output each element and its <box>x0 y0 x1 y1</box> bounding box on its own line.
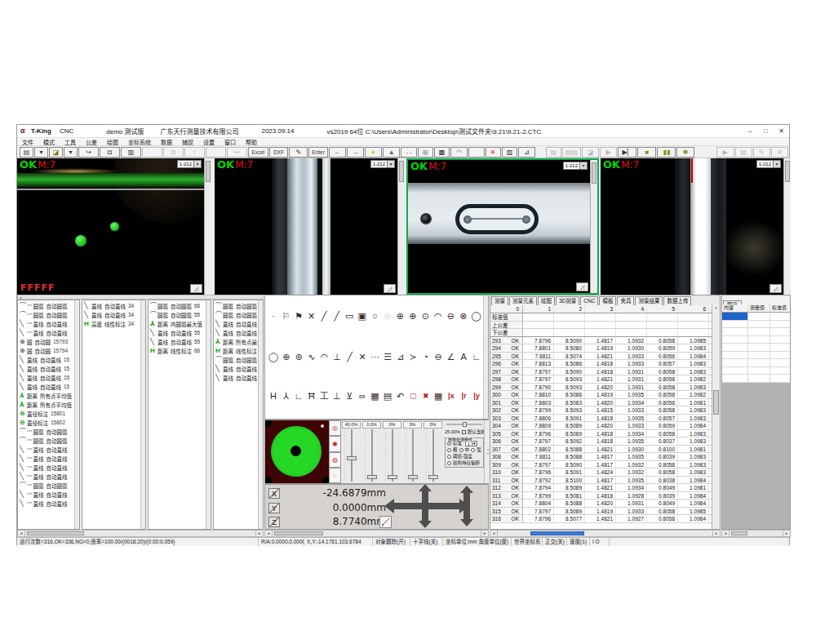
menu-item-7[interactable]: 数据 <box>156 138 177 146</box>
table-grid-icon[interactable]: ▦ <box>433 389 443 402</box>
star-button[interactable]: ✳ <box>486 147 501 158</box>
coord-r-icon[interactable]: |r <box>459 389 468 402</box>
menu-item-9[interactable]: 设置 <box>198 138 220 146</box>
element-row[interactable] <box>722 321 790 329</box>
table-row[interactable]: 307OK7.88028.50881.48211.09300.81001.098… <box>490 446 712 454</box>
save-dropdown[interactable]: ▾ <box>34 147 48 158</box>
table-row[interactable]: 299OK7.87908.50931.48201.09310.80581.098… <box>490 384 712 392</box>
list-item[interactable]: ╲直线自动直线55 <box>149 328 211 337</box>
dots-icon[interactable]: ⋯ <box>370 350 380 363</box>
circle-half-icon[interactable]: ⊖ <box>433 350 443 363</box>
circle-icon[interactable]: ○ <box>370 309 379 322</box>
element-row[interactable] <box>722 375 790 383</box>
coord-y-icon[interactable]: |y <box>472 389 481 402</box>
arrow-right-button[interactable]: → <box>347 147 364 158</box>
table-row[interactable]: 305OK7.87968.50891.48181.09340.80581.098… <box>490 430 712 438</box>
menu-item-1[interactable]: 文件 <box>17 138 38 146</box>
camera-range-select[interactable]: 1-212▼ <box>370 160 395 168</box>
table-row[interactable]: 313OK7.87998.50811.48181.09280.80391.098… <box>490 492 712 500</box>
resize-grip-icon[interactable]: ◿ <box>576 282 588 291</box>
list-item[interactable]: ╲***直线自动直线 <box>18 445 79 454</box>
menu-item-5[interactable]: 绘图 <box>102 138 123 146</box>
circle-target-icon[interactable]: ⊕ <box>408 309 418 322</box>
triangle-icon[interactable]: ⊿ <box>396 350 406 363</box>
table-tab-8[interactable]: 测量结果 <box>635 296 663 305</box>
table-row[interactable]: 296OK7.88138.50861.48181.09330.80571.098… <box>490 360 712 368</box>
list-item[interactable]: ╲直线自动直线55 <box>214 328 263 337</box>
element-hscrollbar[interactable]: ◂▸ <box>721 530 791 537</box>
pick-flag-filled-icon[interactable]: ⚑ <box>294 309 304 322</box>
chart-button[interactable]: ⊿ <box>518 147 535 158</box>
ring-all-button[interactable]: ◎ <box>329 420 341 436</box>
enter-button[interactable]: Enter <box>308 147 327 158</box>
list-item[interactable]: ⅄距离所有点最大值 <box>214 337 263 346</box>
excel-button[interactable]: Excel <box>248 147 268 158</box>
nav-button[interactable]: ↪ <box>78 147 99 158</box>
table-tab-5[interactable]: CNC <box>580 296 598 305</box>
table-row[interactable]: 312OK7.87948.50891.48211.09340.80491.098… <box>490 484 712 492</box>
radio-level[interactable] <box>471 448 475 452</box>
stop-button[interactable]: ■ <box>637 147 656 158</box>
table-hscrollbar[interactable]: ◂▸ <box>490 530 721 537</box>
table-row[interactable]: 315OK7.87978.50891.48191.09330.80581.098… <box>490 508 712 516</box>
pick-flag-icon[interactable]: ⚐ <box>282 309 291 322</box>
list-item[interactable]: ╲直线自动直线55 <box>149 337 211 346</box>
jog-z-arrows[interactable] <box>463 493 470 519</box>
ring-half-button[interactable]: ◍ <box>329 452 341 468</box>
height-dimension-icon[interactable]: Ħ <box>307 389 317 402</box>
list-item[interactable]: ⌒圆弧自动圆弧55 <box>214 355 263 364</box>
default-mode-checkbox[interactable] <box>462 430 466 434</box>
list-item[interactable]: ⌒***圆弧自动圆弧 <box>18 427 79 436</box>
list-item[interactable]: ╲直线自动直线15 <box>18 355 79 364</box>
cross-point-icon[interactable]: ✕ <box>307 309 317 322</box>
menu-item-3[interactable]: 工具 <box>60 138 81 146</box>
list-item[interactable]: ⊖直径标注15802 <box>18 418 79 427</box>
table-tab-9[interactable]: 数据上传 <box>663 296 691 305</box>
list-item[interactable]: ⊕圆自动圆15794 <box>18 346 79 355</box>
lists-hscrollbar[interactable]: ◂▸ <box>17 530 264 537</box>
point-icon[interactable]: · <box>268 309 278 322</box>
table-row[interactable]: 306OK7.87978.50921.48181.09350.80371.098… <box>490 437 712 446</box>
diagonal-move-button[interactable] <box>379 516 392 528</box>
image-button[interactable]: ▲ <box>383 147 400 158</box>
list-item[interactable]: ⌒***圆弧自动圆弧 <box>18 481 79 490</box>
slider-track[interactable] <box>382 429 402 482</box>
camera-2-view[interactable]: OKM:7 1-212▼ ◿ <box>215 158 405 295</box>
camera-range-select[interactable]: 1-212▼ <box>756 160 781 168</box>
circle-hatch-icon[interactable]: ⊛ <box>294 350 304 363</box>
list-item[interactable]: ╲直线自动直线15 <box>18 364 79 373</box>
element-row[interactable] <box>722 313 790 321</box>
list-item[interactable]: ⌒圆弧自动圆弧66 <box>149 301 211 310</box>
slider-thumb[interactable] <box>347 456 357 460</box>
radio-level[interactable] <box>459 448 463 452</box>
table-tab-2[interactable]: 测量元素 <box>509 296 537 305</box>
list-item[interactable]: ⌒圆弧自动圆弧55 <box>214 310 263 319</box>
list-item[interactable]: ⊖直径标注15801 <box>18 409 79 418</box>
camera-4-view[interactable]: OKM:7 1-212▼ ◿ <box>601 158 791 295</box>
table-row[interactable]: 309OK7.87978.50901.48171.09320.80581.098… <box>490 461 712 469</box>
resize-grip-icon[interactable]: ◿ <box>190 284 202 293</box>
circle-plus-icon[interactable]: ⊕ <box>395 309 405 322</box>
list-item[interactable]: ⅄距离内圆弧最大值 <box>149 319 211 328</box>
angle-icon[interactable]: ∠ <box>446 350 456 363</box>
tools-button[interactable]: ✱ <box>676 147 694 158</box>
list-item[interactable]: ╲直线自动直线55 <box>214 373 263 382</box>
menu-item-2[interactable]: 模式 <box>38 138 60 146</box>
blank3-button[interactable] <box>468 147 484 158</box>
probe-button[interactable]: ◘ <box>100 147 120 158</box>
right-angle-icon[interactable]: ∟ <box>472 350 481 363</box>
menu-item-6[interactable]: 坐标系统 <box>123 138 156 146</box>
palette-hscrollbar[interactable]: ◂▸ <box>264 530 489 537</box>
table-row[interactable]: 308OK7.88118.50881.48171.09350.80391.098… <box>490 453 712 461</box>
chain-icon[interactable]: ∞ <box>357 389 367 402</box>
list-item[interactable]: ╲直线自动直线34 <box>82 310 145 319</box>
h-dimension-icon[interactable]: H <box>268 389 278 402</box>
table-row[interactable]: 311OK7.87928.51001.48171.09350.80381.098… <box>490 477 712 485</box>
camera-range-select[interactable]: 1-212▼ <box>563 162 588 170</box>
menu-item-4[interactable]: 公差 <box>81 138 102 146</box>
xor-dimension-icon[interactable]: ⊻ <box>344 389 354 402</box>
list-item[interactable]: ╲***直线自动直线 <box>18 319 79 328</box>
open-dropdown[interactable]: ▾ <box>64 147 78 158</box>
table-label-row[interactable]: 下公差 <box>490 329 712 337</box>
table-tab-3[interactable]: 绘图 <box>538 296 555 305</box>
